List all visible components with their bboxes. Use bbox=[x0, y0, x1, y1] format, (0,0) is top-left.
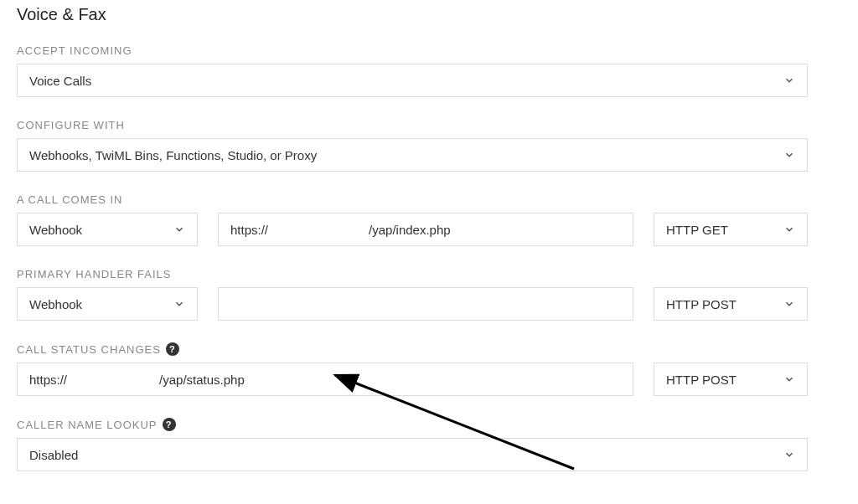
chevron-down-icon bbox=[783, 75, 795, 86]
help-icon[interactable]: ? bbox=[163, 418, 176, 431]
chevron-down-icon bbox=[783, 149, 795, 161]
primary-handler-fails-label: PRIMARY HANDLER FAILS bbox=[17, 268, 841, 280]
chevron-down-icon bbox=[173, 298, 185, 310]
call-status-changes-url-suffix: /yap/status.php bbox=[159, 373, 245, 387]
primary-handler-fails-method-select[interactable]: HTTP POST bbox=[654, 287, 808, 321]
call-comes-in-method-value: HTTP GET bbox=[666, 223, 728, 237]
caller-name-lookup-value: Disabled bbox=[29, 448, 78, 462]
caller-name-lookup-group: CALLER NAME LOOKUP ? Disabled bbox=[17, 418, 841, 471]
call-status-changes-label-text: CALL STATUS CHANGES bbox=[17, 343, 161, 356]
chevron-down-icon bbox=[783, 449, 795, 460]
call-comes-in-handler-select[interactable]: Webhook bbox=[17, 213, 198, 246]
chevron-down-icon bbox=[783, 373, 795, 385]
call-comes-in-url-suffix: /yap/index.php bbox=[369, 223, 451, 237]
chevron-down-icon bbox=[783, 298, 795, 310]
call-status-changes-group: CALL STATUS CHANGES ? https:///yap/statu… bbox=[17, 342, 841, 396]
configure-with-value: Webhooks, TwiML Bins, Functions, Studio,… bbox=[29, 148, 317, 162]
call-comes-in-url-prefix: https:// bbox=[230, 223, 268, 237]
call-comes-in-method-select[interactable]: HTTP GET bbox=[654, 213, 808, 246]
help-icon[interactable]: ? bbox=[166, 342, 179, 356]
chevron-down-icon bbox=[783, 224, 795, 235]
primary-handler-fails-handler-select[interactable]: Webhook bbox=[17, 287, 198, 321]
caller-name-lookup-label-text: CALLER NAME LOOKUP bbox=[17, 419, 158, 431]
caller-name-lookup-select[interactable]: Disabled bbox=[17, 438, 808, 471]
accept-incoming-value: Voice Calls bbox=[29, 74, 91, 88]
primary-handler-fails-url-input[interactable] bbox=[218, 287, 633, 321]
call-status-changes-method-select[interactable]: HTTP POST bbox=[654, 363, 808, 396]
accept-incoming-select[interactable]: Voice Calls bbox=[17, 64, 808, 97]
configure-with-group: CONFIGURE WITH Webhooks, TwiML Bins, Fun… bbox=[17, 119, 841, 172]
configure-with-label: CONFIGURE WITH bbox=[17, 119, 841, 131]
chevron-down-icon bbox=[173, 224, 185, 235]
section-title: Voice & Fax bbox=[17, 5, 841, 24]
call-status-changes-label: CALL STATUS CHANGES ? bbox=[17, 342, 841, 356]
accept-incoming-group: ACCEPT INCOMING Voice Calls bbox=[17, 44, 841, 97]
call-comes-in-group: A CALL COMES IN Webhook https:///yap/ind… bbox=[17, 193, 841, 246]
call-status-changes-method-value: HTTP POST bbox=[666, 373, 737, 387]
call-status-changes-url-prefix: https:// bbox=[29, 373, 67, 387]
primary-handler-fails-handler-value: Webhook bbox=[29, 297, 82, 311]
call-comes-in-handler-value: Webhook bbox=[29, 223, 82, 237]
primary-handler-fails-group: PRIMARY HANDLER FAILS Webhook HTTP POST bbox=[17, 268, 841, 321]
primary-handler-fails-method-value: HTTP POST bbox=[666, 297, 737, 311]
call-status-changes-url-input[interactable]: https:///yap/status.php bbox=[17, 363, 633, 396]
call-comes-in-url-input[interactable]: https:///yap/index.php bbox=[218, 213, 633, 246]
configure-with-select[interactable]: Webhooks, TwiML Bins, Functions, Studio,… bbox=[17, 138, 808, 172]
caller-name-lookup-label: CALLER NAME LOOKUP ? bbox=[17, 418, 841, 431]
accept-incoming-label: ACCEPT INCOMING bbox=[17, 44, 841, 57]
call-comes-in-label: A CALL COMES IN bbox=[17, 193, 841, 206]
